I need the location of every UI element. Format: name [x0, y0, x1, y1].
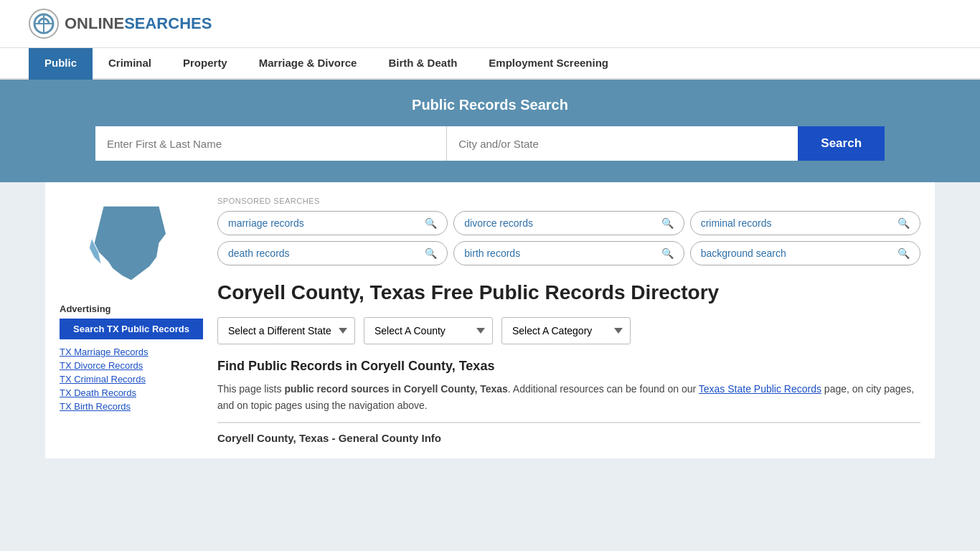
search-tx-button[interactable]: Search TX Public Records — [60, 319, 203, 339]
page-title: Coryell County, Texas Free Public Record… — [217, 280, 719, 306]
sponsored-searches: SPONSORED SEARCHES marriage records 🔍 di… — [217, 197, 920, 265]
nav-birth-death[interactable]: Birth & Death — [372, 48, 473, 80]
tag-marriage-label: marriage records — [228, 217, 304, 229]
state-dropdown[interactable]: Select a Different State — [217, 317, 355, 344]
search-button[interactable]: Search — [798, 126, 885, 161]
main-content: Advertising Search TX Public Records TX … — [45, 182, 935, 458]
tag-death-records[interactable]: death records 🔍 — [217, 241, 448, 265]
texas-records-link[interactable]: Texas State Public Records — [699, 383, 821, 395]
search-icon-4: 🔍 — [425, 248, 437, 259]
county-info-heading: Coryell County, Texas - General County I… — [217, 422, 920, 444]
logo-searches: SEARCHES — [124, 14, 212, 32]
search-tags-grid: marriage records 🔍 divorce records 🔍 cri… — [217, 211, 920, 265]
tag-death-label: death records — [228, 248, 290, 259]
header: ONLINESEARCHES — [0, 0, 980, 48]
tag-marriage-records[interactable]: marriage records 🔍 — [217, 211, 448, 235]
tag-birth-records[interactable]: birth records 🔍 — [453, 241, 684, 265]
logo-area: ONLINESEARCHES — [29, 9, 212, 39]
nav: Public Criminal Property Marriage & Divo… — [0, 48, 980, 80]
nav-public[interactable]: Public — [29, 48, 93, 80]
desc-bold: public record sources in Coryell County,… — [284, 383, 507, 395]
texas-state-map — [85, 197, 178, 290]
search-banner: Public Records Search Search — [0, 80, 980, 182]
search-icon-5: 🔍 — [661, 248, 674, 259]
tag-criminal-label: criminal records — [701, 217, 772, 229]
texas-map — [60, 197, 203, 292]
sidebar-link-death[interactable]: TX Death Records — [60, 387, 203, 398]
search-form: Search — [95, 126, 885, 161]
search-location-input[interactable] — [447, 126, 798, 161]
tag-divorce-records[interactable]: divorce records 🔍 — [453, 211, 684, 235]
sidebar-link-criminal[interactable]: TX Criminal Records — [60, 374, 203, 385]
svg-marker-4 — [94, 206, 166, 281]
page-heading: Coryell County, Texas Free Public Record… — [217, 280, 920, 306]
content-area: SPONSORED SEARCHES marriage records 🔍 di… — [217, 197, 920, 444]
find-records-section: Find Public Records in Coryell County, T… — [217, 359, 920, 444]
find-records-description: This page lists public record sources in… — [217, 381, 920, 413]
tag-background-label: background search — [701, 248, 786, 259]
search-icon-6: 🔍 — [897, 248, 910, 259]
sidebar-link-divorce[interactable]: TX Divorce Records — [60, 360, 203, 371]
logo-online: ONLINE — [65, 14, 124, 32]
tag-background-search[interactable]: background search 🔍 — [690, 241, 920, 265]
nav-employment[interactable]: Employment Screening — [473, 48, 624, 80]
nav-marriage-divorce[interactable]: Marriage & Divorce — [243, 48, 373, 80]
find-records-heading: Find Public Records in Coryell County, T… — [217, 359, 920, 374]
search-name-input[interactable] — [95, 126, 447, 161]
category-dropdown[interactable]: Select A Category — [501, 317, 631, 344]
nav-property[interactable]: Property — [167, 48, 243, 80]
search-banner-title: Public Records Search — [29, 97, 951, 113]
desc-text-2: . Additional resources can be found on o… — [508, 383, 699, 395]
sponsored-label: SPONSORED SEARCHES — [217, 197, 920, 205]
sidebar: Advertising Search TX Public Records TX … — [60, 197, 203, 444]
search-icon-3: 🔍 — [897, 217, 910, 229]
sidebar-link-birth[interactable]: TX Birth Records — [60, 401, 203, 412]
logo-icon — [29, 9, 59, 39]
county-dropdown[interactable]: Select A County — [364, 317, 493, 344]
advertising-label: Advertising — [60, 303, 203, 314]
logo-text: ONLINESEARCHES — [65, 14, 212, 33]
search-icon-2: 🔍 — [661, 217, 674, 229]
sidebar-link-marriage[interactable]: TX Marriage Records — [60, 347, 203, 357]
dropdowns-row: Select a Different State Select A County… — [217, 317, 920, 344]
desc-text-1: This page lists — [217, 383, 284, 395]
search-icon-1: 🔍 — [425, 217, 437, 229]
tag-criminal-records[interactable]: criminal records 🔍 — [690, 211, 920, 235]
tag-divorce-label: divorce records — [464, 217, 533, 229]
nav-criminal[interactable]: Criminal — [93, 48, 167, 80]
tag-birth-label: birth records — [464, 248, 520, 259]
